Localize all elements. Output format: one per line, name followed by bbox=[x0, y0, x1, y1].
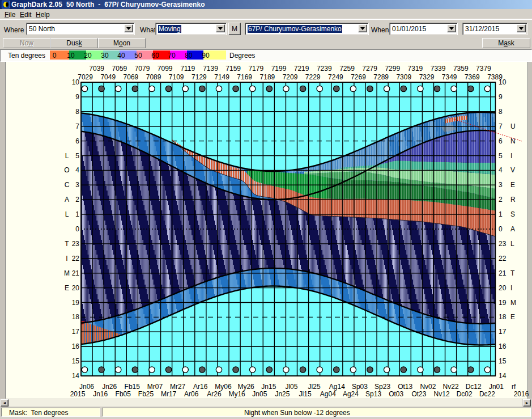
svg-text:7139: 7139 bbox=[203, 65, 218, 73]
svg-text:7299: 7299 bbox=[385, 65, 400, 73]
svg-text:Fb15: Fb15 bbox=[125, 383, 141, 391]
svg-text:Ag14: Ag14 bbox=[329, 383, 345, 391]
svg-text:Mr07: Mr07 bbox=[147, 383, 163, 391]
svg-text:S: S bbox=[510, 210, 515, 218]
svg-text:I: I bbox=[510, 284, 512, 292]
svg-text:7109: 7109 bbox=[169, 73, 184, 81]
svg-text:L: L bbox=[510, 240, 514, 248]
svg-text:A: A bbox=[510, 225, 515, 233]
svg-text:2: 2 bbox=[75, 196, 79, 204]
svg-text:7119: 7119 bbox=[180, 65, 195, 73]
svg-text:15: 15 bbox=[499, 357, 507, 365]
svg-text:Ag04: Ag04 bbox=[320, 390, 336, 398]
svg-text:Dc22: Dc22 bbox=[479, 390, 495, 398]
svg-text:7329: 7329 bbox=[419, 73, 435, 81]
svg-text:17: 17 bbox=[72, 328, 80, 336]
svg-text:Mr27: Mr27 bbox=[170, 383, 186, 391]
svg-text:9: 9 bbox=[499, 93, 503, 101]
svg-text:14: 14 bbox=[72, 372, 80, 380]
svg-text:15: 15 bbox=[72, 357, 80, 365]
svg-text:7: 7 bbox=[75, 122, 79, 130]
svg-text:2015: 2015 bbox=[70, 390, 86, 398]
svg-text:Jl05: Jl05 bbox=[285, 383, 297, 391]
svg-text:7029: 7029 bbox=[78, 73, 93, 81]
svg-text:6: 6 bbox=[75, 137, 79, 145]
svg-text:21: 21 bbox=[72, 269, 80, 277]
svg-text:7259: 7259 bbox=[339, 65, 355, 73]
svg-text:7149: 7149 bbox=[214, 73, 229, 81]
svg-text:4: 4 bbox=[75, 166, 79, 174]
svg-text:Sp13: Sp13 bbox=[365, 390, 381, 398]
svg-text:7389: 7389 bbox=[487, 73, 503, 81]
svg-text:Jn15: Jn15 bbox=[261, 383, 276, 391]
svg-text:20: 20 bbox=[499, 284, 507, 292]
svg-text:2016: 2016 bbox=[514, 390, 529, 398]
svg-text:Nv22: Nv22 bbox=[443, 383, 459, 391]
svg-text:6: 6 bbox=[499, 137, 503, 145]
svg-text:Jn16: Jn16 bbox=[93, 390, 108, 398]
svg-text:Ar06: Ar06 bbox=[184, 390, 199, 398]
svg-text:1: 1 bbox=[499, 210, 503, 218]
svg-text:Ar26: Ar26 bbox=[207, 390, 222, 398]
svg-text:21: 21 bbox=[499, 269, 507, 277]
svg-text:7169: 7169 bbox=[237, 73, 252, 81]
svg-text:Jl15: Jl15 bbox=[299, 390, 312, 398]
svg-text:7069: 7069 bbox=[124, 73, 139, 81]
svg-text:Jn25: Jn25 bbox=[275, 390, 290, 398]
svg-text:7289: 7289 bbox=[373, 73, 389, 81]
svg-text:Ar16: Ar16 bbox=[193, 383, 208, 391]
svg-text:Dc02: Dc02 bbox=[457, 390, 473, 398]
svg-text:Ag24: Ag24 bbox=[343, 390, 359, 398]
svg-text:E: E bbox=[510, 181, 515, 189]
svg-text:7089: 7089 bbox=[146, 73, 161, 81]
svg-text:7359: 7359 bbox=[453, 65, 469, 73]
svg-text:7189: 7189 bbox=[260, 73, 275, 81]
svg-text:7269: 7269 bbox=[351, 73, 366, 81]
svg-text:Fb25: Fb25 bbox=[138, 390, 154, 398]
svg-text:8: 8 bbox=[499, 108, 503, 116]
svg-text:19: 19 bbox=[499, 299, 507, 307]
svg-text:N: N bbox=[510, 137, 516, 145]
svg-text:7: 7 bbox=[499, 122, 503, 130]
svg-text:Jn26: Jn26 bbox=[102, 383, 117, 391]
svg-text:Jn06: Jn06 bbox=[79, 383, 94, 391]
svg-text:18: 18 bbox=[499, 313, 507, 321]
svg-text:7159: 7159 bbox=[225, 65, 241, 73]
svg-text:Mr17: Mr17 bbox=[161, 390, 177, 398]
svg-text:4: 4 bbox=[499, 166, 503, 174]
svg-text:7219: 7219 bbox=[294, 65, 309, 73]
svg-text:Fb05: Fb05 bbox=[116, 390, 131, 398]
svg-text:M: M bbox=[510, 299, 516, 307]
svg-text:23: 23 bbox=[72, 240, 80, 248]
svg-text:L: L bbox=[65, 210, 69, 218]
svg-text:I: I bbox=[66, 255, 67, 263]
svg-text:7309: 7309 bbox=[396, 73, 411, 81]
svg-text:My16: My16 bbox=[228, 390, 245, 398]
svg-text:7229: 7229 bbox=[305, 73, 321, 81]
svg-text:16: 16 bbox=[72, 342, 80, 350]
svg-text:E: E bbox=[510, 313, 515, 321]
svg-text:T: T bbox=[510, 269, 515, 277]
svg-text:16: 16 bbox=[499, 342, 507, 350]
svg-text:Jn01: Jn01 bbox=[489, 383, 504, 391]
svg-text:R: R bbox=[510, 196, 516, 204]
svg-text:A: A bbox=[65, 196, 69, 204]
svg-text:Ot13: Ot13 bbox=[398, 383, 412, 391]
svg-text:Nv12: Nv12 bbox=[434, 390, 450, 398]
svg-text:17: 17 bbox=[499, 328, 507, 336]
svg-text:7039: 7039 bbox=[89, 65, 104, 73]
svg-text:My26: My26 bbox=[237, 383, 254, 391]
svg-text:C: C bbox=[65, 181, 70, 189]
svg-text:7339: 7339 bbox=[431, 65, 446, 73]
svg-text:Ot23: Ot23 bbox=[411, 390, 426, 398]
svg-text:7209: 7209 bbox=[283, 73, 298, 81]
svg-text:7179: 7179 bbox=[248, 65, 263, 73]
svg-text:1: 1 bbox=[75, 210, 79, 218]
svg-text:Ot03: Ot03 bbox=[389, 390, 403, 398]
svg-text:3: 3 bbox=[499, 181, 503, 189]
svg-text:rf: rf bbox=[512, 383, 516, 391]
svg-text:7199: 7199 bbox=[271, 65, 287, 73]
svg-text:7239: 7239 bbox=[317, 65, 332, 73]
svg-text:3: 3 bbox=[75, 181, 79, 189]
svg-text:14: 14 bbox=[499, 372, 507, 380]
